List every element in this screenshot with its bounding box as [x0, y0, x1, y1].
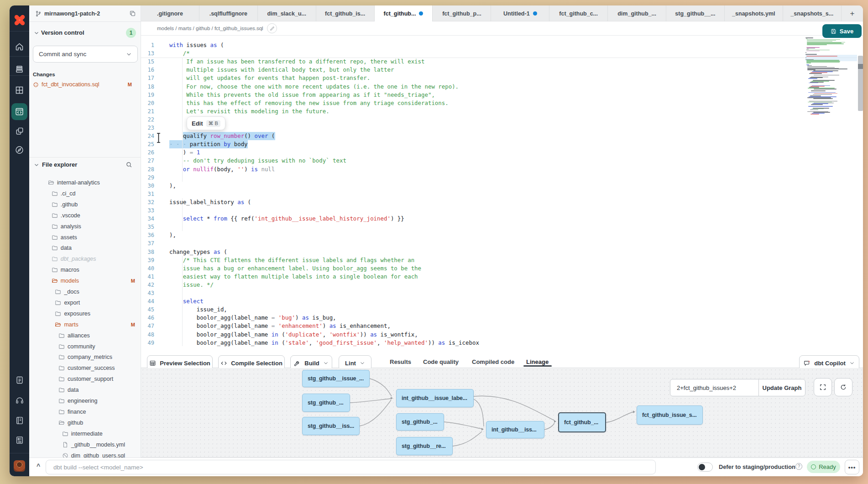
panel-tab-code-quality[interactable]: Code quality: [423, 358, 459, 365]
tree-item-company_metrics[interactable]: company_metrics: [29, 352, 141, 363]
file-tab-fct_github_c[interactable]: fct_github_c...: [549, 5, 608, 21]
tree-item-alliances[interactable]: alliances: [29, 330, 141, 341]
panel-tab-compiled-code[interactable]: Compiled code: [472, 358, 514, 365]
code-editor[interactable]: 1with issues as (13 /*15 If an issue has…: [141, 36, 863, 346]
panel-tab-lineage[interactable]: Lineage: [526, 358, 549, 365]
branch-header[interactable]: mirnawong1-patch-2: [29, 5, 141, 22]
stack-icon[interactable]: [10, 61, 29, 77]
tree-item-exposures[interactable]: exposures: [29, 308, 141, 319]
lineage-node-fct_github_issue_s[interactable]: fct_github_issue_s...: [637, 405, 703, 425]
folder-icon: [58, 387, 65, 393]
tree-item-customer_support[interactable]: customer_support: [29, 374, 141, 384]
tree-item-dbt_packages[interactable]: dbt_packages: [29, 253, 141, 264]
new-tab-button[interactable]: +: [842, 5, 863, 21]
file-explorer-header[interactable]: File explorer: [33, 161, 138, 168]
defer-toggle[interactable]: [697, 463, 713, 472]
file-tab-_snapshots.yml[interactable]: _snapshots.yml: [725, 5, 783, 21]
headset-icon[interactable]: [10, 392, 29, 409]
lineage-search-input[interactable]: 2+fct_github_issues+2: [670, 379, 759, 396]
compass-icon[interactable]: [10, 142, 29, 158]
tree-item-_docs[interactable]: _docs: [29, 286, 141, 297]
windows-icon[interactable]: [10, 123, 29, 139]
kiosk-icon[interactable]: [10, 432, 29, 448]
file-tab-fct_github_p[interactable]: fct_github_p...: [433, 5, 491, 21]
lineage-node-int_github__issue_labe[interactable]: int_github__issue_labe...: [396, 389, 474, 407]
tree-item-models[interactable]: modelsM: [29, 275, 141, 286]
search-icon[interactable]: [125, 161, 132, 168]
lineage-node-int_github__iss[interactable]: int_github__iss...: [486, 421, 544, 438]
tree-item-.github[interactable]: .github: [29, 199, 141, 210]
tree-item-data[interactable]: data: [29, 242, 141, 253]
notebook-icon[interactable]: [10, 412, 29, 429]
home-icon[interactable]: [10, 38, 29, 55]
tree-item-dim_github_users.sql[interactable]: dim_github_users.sql: [29, 450, 141, 458]
command-input[interactable]: dbt build --select <model_name>: [46, 460, 656, 474]
commit-and-sync-button[interactable]: Commit and sync: [33, 46, 138, 63]
tree-item-export[interactable]: export: [29, 297, 141, 308]
file-tab-.sqlfluffignore[interactable]: .sqlfluffignore: [199, 5, 258, 21]
help-icon[interactable]: ?: [795, 463, 802, 470]
minimap-line: [806, 62, 839, 63]
tree-item-_github__models.yml[interactable]: _github__models.yml: [29, 439, 141, 450]
tree-item-marts[interactable]: martsM: [29, 319, 141, 330]
dbt-logo-icon[interactable]: [10, 10, 29, 30]
tree-item-macros[interactable]: macros: [29, 264, 141, 275]
update-graph-button[interactable]: Update Graph: [759, 379, 805, 396]
file-tab-_snapshots_s[interactable]: _snapshots_s...: [783, 5, 842, 21]
tree-item-internal-analytics[interactable]: internal-analytics: [29, 177, 141, 188]
lineage-panel[interactable]: stg_github__issue_...stg_github_...stg_g…: [141, 368, 863, 458]
file-tab-Untitled-1[interactable]: Untitled-1: [491, 5, 549, 21]
more-options-button[interactable]: •••: [845, 460, 859, 474]
branch-name: mirnawong1-patch-2: [44, 11, 100, 17]
ready-label: Ready: [819, 463, 836, 470]
tree-item-assets[interactable]: assets: [29, 232, 141, 243]
collapse-chevron[interactable]: ^: [37, 463, 40, 470]
lineage-node-stg_github__iss[interactable]: stg_github__iss...: [302, 417, 360, 435]
file-tab-fct_github_is[interactable]: fct_github_is...: [316, 5, 375, 21]
tab-label: _snapshots_s...: [790, 11, 833, 17]
file-tab-stg_github__[interactable]: stg_github__...: [666, 5, 725, 21]
file-tab-.gitignore[interactable]: .gitignore: [141, 5, 199, 21]
editor-scrollbar[interactable]: [858, 56, 863, 111]
line-number: 19: [141, 91, 154, 99]
code-line-34: 34 select * from {{ ref('int_github__iss…: [141, 215, 863, 223]
edit-tooltip[interactable]: Edit ⌘ B: [187, 116, 225, 130]
lineage-node-fct_github_[interactable]: fct_github_...: [558, 412, 606, 432]
tree-item-analysis[interactable]: analysis: [29, 221, 141, 232]
ready-status-badge[interactable]: Ready: [807, 461, 840, 473]
tree-item-community[interactable]: community: [29, 341, 141, 352]
code-minimap[interactable]: [805, 37, 857, 147]
edit-pen-icon[interactable]: [267, 23, 277, 33]
file-tab-dim_github_[interactable]: dim_github_...: [608, 5, 666, 21]
tree-item-finance[interactable]: finance: [29, 406, 141, 417]
chevron-down-icon[interactable]: [34, 30, 39, 36]
file-tab-dim_slack_u[interactable]: dim_slack_u...: [258, 5, 316, 21]
tree-item-data[interactable]: data: [29, 384, 141, 395]
tree-item-customer_success[interactable]: customer_success: [29, 363, 141, 374]
tree-item-.vscode[interactable]: .vscode: [29, 210, 141, 221]
lineage-node-stg_github_[interactable]: stg_github_...: [396, 413, 444, 431]
copy-icon[interactable]: [129, 10, 136, 17]
lineage-node-stg_github_[interactable]: stg_github_...: [302, 394, 350, 412]
save-button[interactable]: Save: [822, 24, 862, 38]
code-line-21: 21 Let's revisit this modeling in the fu…: [141, 107, 863, 116]
file-tab-fct_github[interactable]: fct_github...: [375, 5, 433, 22]
tree-item-intermediate[interactable]: intermediate: [29, 428, 141, 439]
tree-item-engineering[interactable]: engineering: [29, 395, 141, 406]
grid-icon[interactable]: [10, 82, 29, 98]
changed-file-row[interactable]: fct_dbt_invocations.sql M: [33, 81, 138, 88]
fullscreen-button[interactable]: [814, 378, 832, 396]
code-editor-icon[interactable]: [11, 103, 27, 120]
lineage-node-stg_github__issue_[interactable]: stg_github__issue_...: [302, 370, 370, 387]
code-line-35: 35: [141, 223, 863, 231]
tree-item-label: .github: [61, 201, 141, 208]
tree-item-label: dim_github_users.sql: [71, 452, 141, 458]
clipboard-icon[interactable]: [10, 372, 29, 388]
lineage-node-stg_github__re[interactable]: stg_github__re...: [396, 437, 453, 455]
panel-tab-results[interactable]: Results: [390, 358, 411, 365]
line-number: 25: [141, 140, 154, 148]
tree-item-.ci_cd[interactable]: .ci_cd: [29, 188, 141, 199]
user-avatar[interactable]: [14, 460, 25, 472]
refresh-button[interactable]: [834, 378, 852, 396]
tree-item-github[interactable]: github: [29, 417, 141, 428]
